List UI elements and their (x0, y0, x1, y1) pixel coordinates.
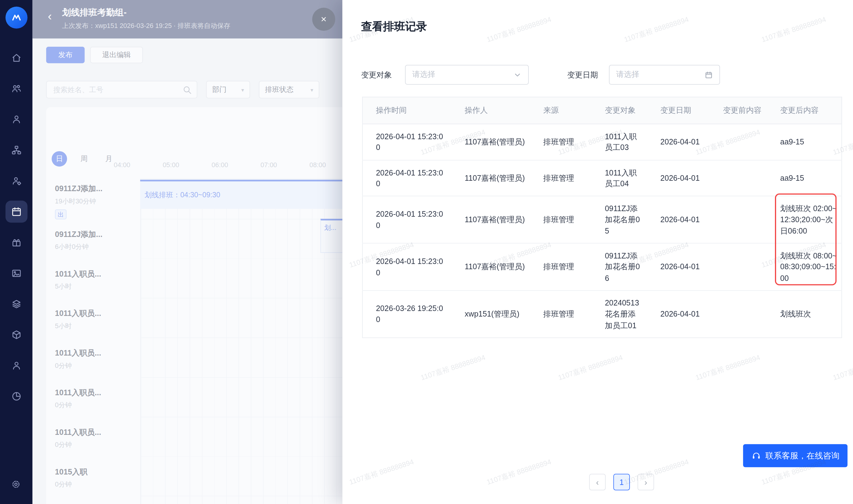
schedule-records-modal: 查看排班记录 变更对象 请选择 变更日期 请选择 操作时间操作人来源变更对象变更… (342, 0, 853, 504)
team-icon[interactable] (5, 77, 28, 100)
table-cell: 1011入职员工03 (592, 124, 647, 160)
table-cell: 划线班次 02:00~12:30;20:00~次日06:00 (767, 196, 842, 244)
org-chart-icon[interactable] (5, 139, 28, 161)
table-cell (710, 244, 767, 291)
records-table: 操作时间操作人来源变更对象变更日期变更前内容变更后内容 2026-04-01 1… (362, 97, 842, 338)
table-cell: 2026-04-01 15:23:00 (363, 160, 452, 196)
change-date-placeholder: 请选择 (616, 70, 639, 79)
watermark-text: 1107嘉裕 888888894 (760, 15, 828, 44)
schedule-page: ‹ 划线排班考勤组- 上次发布：xwp151 2026-03-26 19:25 … (33, 0, 343, 504)
table-cell (710, 124, 767, 160)
cube-icon[interactable] (5, 324, 28, 346)
table-cell: 2026-04-01 (647, 160, 710, 196)
table-cell: 2026-03-26 19:25:00 (363, 290, 452, 338)
pie-chart-icon[interactable] (5, 385, 28, 408)
table-cell: 排班管理 (530, 290, 592, 338)
sidebar-nav (0, 47, 33, 407)
change-date-label: 变更日期 (567, 65, 598, 85)
table-cell: 1107嘉裕(管理员) (451, 244, 530, 291)
watermark-text: 1107嘉裕 888888894 (348, 457, 415, 487)
calendar-icon (705, 71, 713, 79)
table-cell: 排班管理 (530, 244, 592, 291)
table-cell: 排班管理 (530, 160, 592, 196)
table-cell (710, 196, 767, 244)
pagination-prev-button[interactable]: ‹ (589, 474, 606, 490)
change-date-picker[interactable]: 请选择 (609, 65, 720, 85)
table-cell: 2026-04-01 (647, 290, 710, 338)
watermark-text: 1107嘉裕 888888894 (832, 353, 853, 383)
watermark-text: 1107嘉裕 888888894 (486, 457, 553, 487)
column-header: 来源 (530, 97, 592, 124)
table-cell: 0911ZJ添加花名册05 (592, 196, 647, 244)
layers-icon[interactable] (5, 293, 28, 315)
table-cell: 0911ZJ添加花名册06 (592, 244, 647, 291)
change-target-select[interactable]: 请选择 (405, 65, 528, 85)
watermark-text: 1107嘉裕 888888894 (557, 353, 624, 383)
table-row: 2026-04-01 15:23:001107嘉裕(管理员)排班管理0911ZJ… (363, 244, 842, 291)
table-cell (710, 290, 767, 338)
app-logo-icon[interactable] (5, 6, 28, 29)
change-target-label: 变更对象 (361, 65, 392, 85)
app-root: ‹ 划线排班考勤组- 上次发布：xwp151 2026-03-26 19:25 … (0, 0, 853, 504)
table-cell: 1107嘉裕(管理员) (451, 196, 530, 244)
table-cell: 2026-04-01 15:23:00 (363, 196, 452, 244)
calendar-icon[interactable] (5, 201, 28, 223)
column-header: 变更后内容 (767, 97, 842, 124)
pagination-page-1[interactable]: 1 (613, 474, 630, 490)
close-button[interactable]: × (312, 8, 335, 31)
table-cell: 划线班次 08:00~08:30;09:00~15:00 (767, 244, 842, 291)
table-cell: 2026-04-01 (647, 244, 710, 291)
column-header: 变更对象 (592, 97, 647, 124)
table-cell: 2026-04-01 15:23:00 (363, 244, 452, 291)
table-cell: 1011入职员工04 (592, 160, 647, 196)
table-cell: 排班管理 (530, 196, 592, 244)
pagination-next-button[interactable]: › (638, 474, 654, 490)
headset-icon (751, 451, 761, 461)
table-cell: 1107嘉裕(管理员) (451, 124, 530, 160)
pagination: ‹ 1 › (589, 474, 654, 490)
column-header: 操作人 (451, 97, 530, 124)
table-cell: 排班管理 (530, 124, 592, 160)
chevron-down-icon (513, 71, 522, 79)
table-cell: 1107嘉裕(管理员) (451, 160, 530, 196)
person-icon[interactable] (5, 355, 28, 377)
table-cell: 2026-04-01 15:23:00 (363, 124, 452, 160)
watermark-text: 1107嘉裕 888888894 (486, 15, 553, 44)
user-settings-icon[interactable] (5, 170, 28, 192)
table-cell: 20240513花名册添加员工01 (592, 290, 647, 338)
column-header: 变更前内容 (710, 97, 767, 124)
modal-title: 查看排班记录 (361, 19, 427, 34)
change-target-placeholder: 请选择 (412, 70, 435, 79)
table-cell: xwp151(管理员) (451, 290, 530, 338)
table-row: 2026-04-01 15:23:001107嘉裕(管理员)排班管理1011入职… (363, 124, 842, 160)
contact-support-label: 联系客服，在线咨询 (765, 451, 839, 461)
image-icon[interactable] (5, 262, 28, 284)
table-cell: aa9-15 (767, 124, 842, 160)
watermark-text: 1107嘉裕 888888894 (694, 353, 761, 383)
user-icon[interactable] (5, 108, 28, 130)
table-row: 2026-04-01 15:23:001107嘉裕(管理员)排班管理0911ZJ… (363, 196, 842, 244)
table-cell: 2026-04-01 (647, 196, 710, 244)
column-header: 变更日期 (647, 97, 710, 124)
table-row: 2026-03-26 19:25:00xwp151(管理员)排班管理202405… (363, 290, 842, 338)
table-cell: 划线班次 (767, 290, 842, 338)
home-icon[interactable] (5, 47, 28, 69)
gift-icon[interactable] (5, 231, 28, 254)
table-cell: aa9-15 (767, 160, 842, 196)
sidebar (0, 0, 33, 504)
gear-icon[interactable] (5, 473, 27, 496)
table-cell: 2026-04-01 (647, 124, 710, 160)
modal-backdrop[interactable] (33, 0, 343, 504)
table-row: 2026-04-01 15:23:001107嘉裕(管理员)排班管理1011入职… (363, 160, 842, 196)
table-header-row: 操作时间操作人来源变更对象变更日期变更前内容变更后内容 (363, 97, 842, 124)
contact-support-button[interactable]: 联系客服，在线咨询 (743, 444, 848, 467)
watermark-text: 1107嘉裕 888888894 (623, 15, 690, 44)
watermark-text: 1107嘉裕 888888894 (419, 353, 487, 383)
table-cell (710, 160, 767, 196)
column-header: 操作时间 (363, 97, 452, 124)
